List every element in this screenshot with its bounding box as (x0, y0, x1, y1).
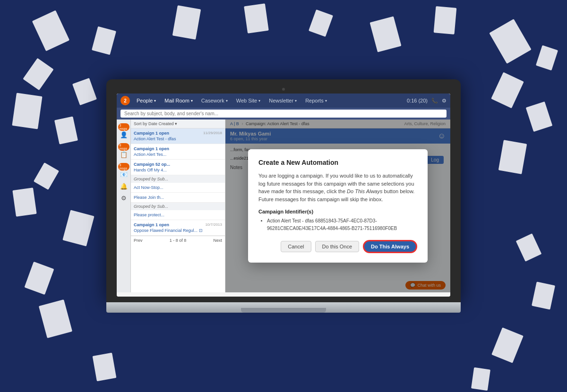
msg-date: 10/7/2013 (205, 222, 222, 227)
modal-body: You are logging a campaign. If you would… (258, 172, 417, 203)
notification-icon: 🔔 (120, 183, 128, 190)
phone-icon[interactable]: 📞 (431, 98, 438, 104)
sort-bar[interactable]: Sort by Date Created ▾ (131, 119, 225, 128)
campaign-id-item: Action Alert Test - dfas 68851843-75AF-4… (267, 217, 417, 232)
laptop: 2 People ▾ Mail Room ▾ Casework ▾ Web S (106, 79, 461, 313)
nav-item-website[interactable]: Web Site ▾ (232, 94, 264, 108)
modal-box: Create a New Automation You are logging … (248, 149, 428, 263)
sidebar-item-settings[interactable]: ⚙ (117, 193, 130, 204)
sidebar-item-people[interactable]: 3 msgs 👤 (117, 121, 130, 140)
sidebar-item-mail[interactable]: 9 msgs 📧 (117, 161, 130, 180)
list-item[interactable]: Campaign 1 open 11/29/2018 Action Alert … (131, 128, 225, 144)
content-area: A | B › Campaign: Action Alert Test - df… (225, 119, 450, 292)
sidebar-item-notifications[interactable]: 🔔 (117, 181, 130, 192)
list-item[interactable]: Please protect... (131, 210, 225, 220)
msg-campaign: Campaign 52 op... (134, 162, 170, 167)
msg-campaign: Campaign 1 open (134, 146, 169, 151)
msg-date: 11/29/2018 (203, 131, 222, 136)
list-item[interactable]: Please Join th... (131, 193, 225, 203)
msg-subject: Please protect... (134, 213, 222, 217)
list-icon: 📋 (120, 151, 128, 158)
mail-icon: 📧 (120, 171, 128, 178)
main-layout: 3 msgs 👤 8 msgs 📋 9 msgs 📧 🔔 (117, 119, 450, 292)
msg-header: Campaign 52 op... (134, 162, 222, 167)
msg-subject: Action Alert Tes... (134, 152, 222, 157)
people-count-badge: 3 msgs (118, 123, 129, 131)
msg-subject: Oppose Flawed Financial Regul... ⊡ (134, 228, 222, 233)
pagination-range: 1 - 8 of 8 (170, 238, 187, 243)
do-once-button[interactable]: Do this Once (315, 241, 360, 252)
campaign-id-list: Action Alert Test - dfas 68851843-75AF-4… (258, 217, 417, 232)
laptop-screen: 2 People ▾ Mail Room ▾ Casework ▾ Web S (117, 94, 450, 297)
app-ui: 2 People ▾ Mail Room ▾ Casework ▾ Web S (117, 94, 450, 297)
top-nav: 2 People ▾ Mail Room ▾ Casework ▾ Web S (117, 94, 450, 108)
msg-header: Campaign 1 open 10/7/2013 (134, 222, 222, 227)
campaign-identifiers-title: Campaign Identifier(s) (258, 209, 417, 214)
settings-icon: ⚙ (121, 195, 127, 202)
msg-header: Campaign 1 open 11/29/2018 (134, 131, 222, 136)
nav-item-newsletter[interactable]: Newsletter ▾ (265, 94, 301, 108)
list-item[interactable]: Campaign 1 open 10/7/2013 Oppose Flawed … (131, 220, 225, 236)
search-bar (117, 108, 450, 119)
modal-actions: Cancel Do this Once Do This Always (258, 240, 417, 253)
msg-subject: Hands Off My 4... (134, 168, 222, 172)
mail-count-badge: 9 msgs (118, 163, 129, 170)
laptop-base (106, 302, 461, 313)
list-item[interactable]: Campaign 52 op... Hands Off My 4... (131, 160, 225, 175)
message-list: Sort by Date Created ▾ Campaign 1 open 1… (131, 119, 225, 292)
msg-subject: Act Now-Stop... (134, 185, 222, 190)
nav-right: 0:16 (20) 📞 ⚙ (407, 98, 447, 104)
group-label: Grouped by Sub... (131, 203, 225, 210)
msg-header: Campaign 1 open (134, 146, 222, 151)
nav-item-people[interactable]: People ▾ (133, 94, 160, 108)
msg-subject: Please Join th... (134, 195, 222, 200)
nav-item-casework[interactable]: Casework ▾ (198, 94, 232, 108)
list-item[interactable]: Campaign 1 open Action Alert Tes... (131, 144, 225, 160)
pagination: Prev 1 - 8 of 8 Next (131, 236, 225, 245)
list-count-badge: 8 msgs (118, 143, 129, 151)
modal-overlay: Create a New Automation You are logging … (225, 119, 450, 292)
people-icon: 👤 (120, 131, 128, 138)
sidebar-icons: 3 msgs 👤 8 msgs 📋 9 msgs 📧 🔔 (117, 119, 131, 292)
nav-logo: 2 (120, 96, 130, 105)
msg-campaign: Campaign 1 open (134, 131, 169, 136)
screen-bezel: 2 People ▾ Mail Room ▾ Casework ▾ Web S (106, 79, 461, 302)
gear-icon[interactable]: ⚙ (442, 98, 447, 104)
msg-subject: Action Alert Test - dfas (134, 136, 222, 141)
search-input[interactable] (120, 110, 447, 118)
prev-button[interactable]: Prev (134, 238, 143, 243)
do-always-button[interactable]: Do This Always (363, 240, 417, 253)
cancel-button[interactable]: Cancel (281, 241, 311, 252)
modal-title: Create a New Automation (258, 159, 417, 166)
list-item[interactable]: Act Now-Stop... (131, 183, 225, 193)
nav-item-reports[interactable]: Reports ▾ (301, 94, 331, 108)
nav-item-mailroom[interactable]: Mail Room ▾ (161, 94, 197, 108)
camera (282, 88, 285, 91)
msg-campaign: Campaign 1 open (134, 222, 169, 227)
sidebar-item-list[interactable]: 8 msgs 📋 (117, 141, 130, 160)
next-button[interactable]: Next (213, 238, 222, 243)
group-label: Grouped by Sub... (131, 175, 225, 183)
